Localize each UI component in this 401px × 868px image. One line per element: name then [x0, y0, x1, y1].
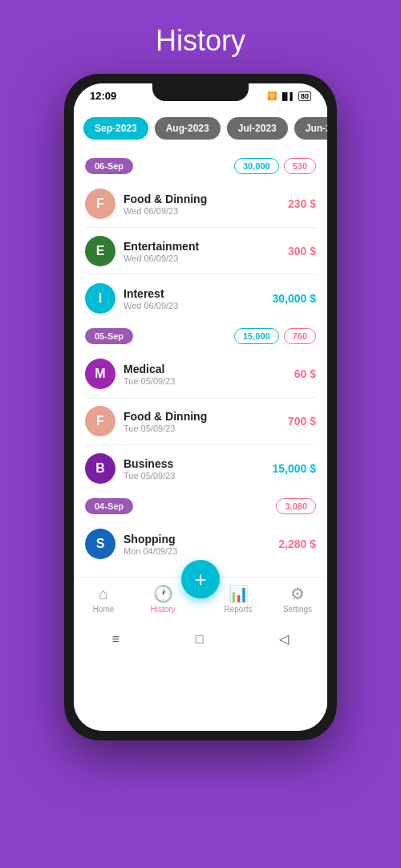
avatar-medical-0509: M — [85, 359, 115, 389]
transaction-food-0509: F Food & Dinning Tue 05/09/23 700 $ — [74, 400, 327, 443]
tx-amount-food-0609: 230 $ — [288, 197, 316, 210]
tx-amount-entertainment-0609: 300 $ — [288, 245, 316, 258]
settings-icon: ⚙ — [290, 584, 305, 603]
avatar-entertainment-0609: E — [85, 236, 115, 266]
month-tab-jul2023[interactable]: Jul-2023 — [227, 117, 288, 140]
date-label-05sep: 05-Sep — [85, 328, 133, 344]
signal-icon: ▐▌▌ — [280, 92, 295, 100]
date-amounts-06sep: 30,000 530 — [234, 158, 316, 174]
expense-badge-04sep: 3,080 — [276, 498, 316, 514]
phone-screen: 12:09 ◎ 🛜 ▐▌▌ 80 Sep-2023 Aug-2023 Jul-2… — [74, 83, 327, 731]
month-tab-aug2023[interactable]: Aug-2023 — [155, 117, 221, 140]
section-05-sep: 05-Sep 15,000 760 — [74, 328, 327, 352]
avatar-shopping-0409: S — [85, 529, 115, 559]
details-entertainment-0609: Entertainment Wed 06/09/23 — [124, 240, 280, 263]
tx-date-shopping-0409: Mon 04/09/23 — [124, 546, 270, 556]
tx-amount-interest-0609: 30,000 $ — [273, 292, 317, 305]
tx-date-medical-0509: Tue 05/09/23 — [124, 376, 286, 386]
phone-content: Sep-2023 Aug-2023 Jul-2023 Jun-2 06-Sep … — [74, 105, 327, 731]
status-time: 12:09 — [90, 90, 116, 102]
status-icons: 🛜 ▐▌▌ 80 — [267, 91, 311, 101]
date-label-04sep: 04-Sep — [85, 498, 133, 514]
details-business-0509: Business Tue 05/09/23 — [124, 457, 265, 481]
phone-frame: 12:09 ◎ 🛜 ▐▌▌ 80 Sep-2023 Aug-2023 Jul-2… — [64, 74, 337, 740]
bottom-nav: ⌂ Home 🕐 History + 📊 Reports ⚙ Settings — [74, 577, 327, 623]
details-food-0509: Food & Dinning Tue 05/09/23 — [124, 410, 280, 433]
details-shopping-0409: Shopping Mon 04/09/23 — [124, 533, 270, 556]
date-label-06sep: 06-Sep — [85, 158, 133, 174]
tx-date-business-0509: Tue 05/09/23 — [124, 471, 265, 481]
plus-icon: + — [194, 567, 206, 592]
date-amounts-05sep: 15,000 760 — [234, 328, 316, 344]
tx-name-food-0609: Food & Dinning — [124, 193, 280, 205]
month-tab-sep2023[interactable]: Sep-2023 — [83, 117, 148, 140]
divider — [85, 274, 316, 275]
nav-item-settings[interactable]: ⚙ Settings — [268, 584, 327, 614]
section-04-sep: 04-Sep 3,080 — [74, 498, 327, 522]
transaction-entertainment-0609: E Entertainment Wed 06/09/23 300 $ — [74, 229, 327, 273]
avatar-business-0509: B — [85, 453, 115, 484]
reports-icon: 📊 — [229, 584, 249, 603]
tx-name-entertainment-0609: Entertainment — [124, 240, 280, 253]
divider — [85, 227, 316, 228]
menu-icon: ≡ — [111, 632, 119, 647]
tx-name-business-0509: Business — [124, 457, 265, 470]
tx-amount-medical-0509: 60 $ — [294, 367, 316, 380]
back-icon: ◁ — [279, 631, 289, 647]
date-header-06sep: 06-Sep 30,000 530 — [85, 158, 316, 174]
home-system-icon: □ — [196, 632, 204, 647]
nav-label-settings: Settings — [283, 605, 312, 614]
details-interest-0609: Interest Wed 06/09/23 — [124, 287, 265, 310]
section-06-sep: 06-Sep 30,000 530 — [74, 158, 327, 182]
battery-icon: 80 — [298, 91, 311, 101]
month-tab-jun2023[interactable]: Jun-2 — [294, 117, 327, 140]
avatar-food-0609: F — [85, 189, 115, 219]
nav-label-reports: Reports — [224, 605, 252, 614]
history-icon: 🕐 — [153, 584, 173, 603]
expense-badge-05sep: 760 — [284, 328, 316, 344]
transaction-business-0509: B Business Tue 05/09/23 15,000 $ — [74, 447, 327, 490]
divider — [85, 444, 316, 445]
tx-date-food-0509: Tue 05/09/23 — [124, 424, 280, 433]
transaction-interest-0609: I Interest Wed 06/09/23 30,000 $ — [74, 277, 327, 320]
avatar-interest-0609: I — [85, 283, 115, 314]
month-tabs-bar: Sep-2023 Aug-2023 Jul-2023 Jun-2 — [74, 105, 327, 150]
transaction-food-0609: F Food & Dinning Wed 06/09/23 230 $ — [74, 182, 327, 225]
date-amounts-04sep: 3,080 — [276, 498, 316, 514]
date-header-04sep: 04-Sep 3,080 — [85, 498, 316, 514]
divider — [85, 397, 316, 398]
tx-date-entertainment-0609: Wed 06/09/23 — [124, 254, 280, 263]
avatar-food-0509: F — [85, 406, 115, 436]
tx-date-interest-0609: Wed 06/09/23 — [124, 301, 265, 310]
page-title: History — [156, 24, 245, 58]
fab-add-button[interactable]: + — [181, 560, 220, 598]
notch — [152, 83, 249, 101]
wifi-icon: 🛜 — [267, 91, 277, 100]
expense-badge-06sep: 530 — [284, 158, 316, 174]
tx-amount-business-0509: 15,000 $ — [273, 462, 317, 475]
nav-label-home: Home — [93, 605, 115, 614]
system-nav: ≡ □ ◁ — [74, 623, 327, 658]
tx-amount-food-0509: 700 $ — [288, 415, 316, 428]
tx-name-food-0509: Food & Dinning — [124, 410, 280, 423]
nav-item-reports[interactable]: 📊 Reports — [209, 584, 268, 614]
tx-name-medical-0509: Medical — [124, 363, 286, 375]
nav-label-history: History — [150, 605, 175, 614]
income-badge-05sep: 15,000 — [234, 328, 279, 344]
tx-date-food-0609: Wed 06/09/23 — [124, 206, 280, 216]
tx-amount-shopping-0409: 2,280 $ — [278, 537, 316, 550]
details-food-0609: Food & Dinning Wed 06/09/23 — [124, 193, 280, 216]
income-badge-06sep: 30,000 — [234, 158, 279, 174]
transaction-shopping-0409: S Shopping Mon 04/09/23 2,280 $ — [74, 522, 327, 566]
nav-item-home[interactable]: ⌂ Home — [74, 585, 133, 614]
tx-name-shopping-0409: Shopping — [124, 533, 270, 546]
tx-name-interest-0609: Interest — [124, 287, 265, 300]
transaction-medical-0509: M Medical Tue 05/09/23 60 $ — [74, 352, 327, 395]
home-icon: ⌂ — [99, 585, 108, 603]
date-header-05sep: 05-Sep 15,000 760 — [85, 328, 316, 344]
details-medical-0509: Medical Tue 05/09/23 — [124, 363, 286, 386]
